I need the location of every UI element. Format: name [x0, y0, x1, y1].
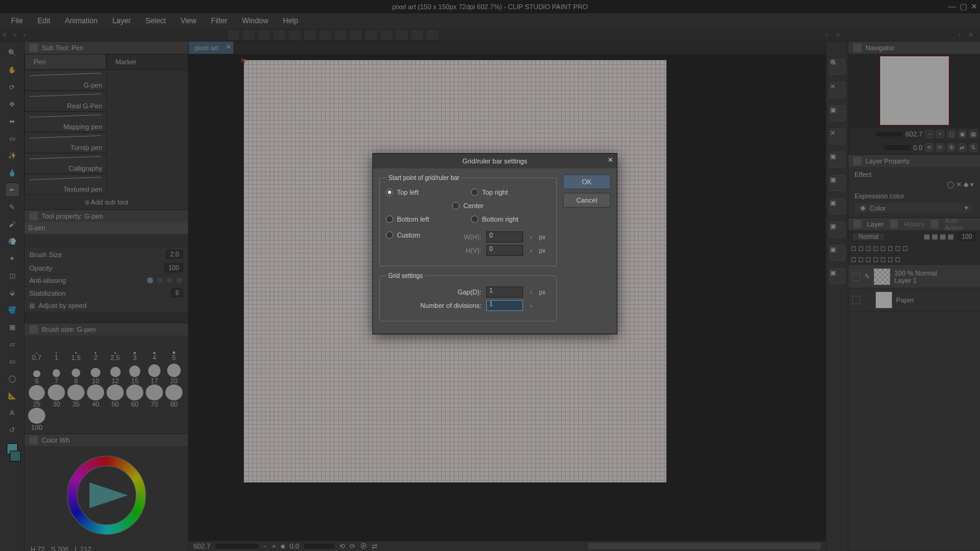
- radio-icon: [386, 216, 393, 223]
- wh-row: W(H):0›px: [432, 231, 550, 242]
- dialog-close-icon[interactable]: ✕: [608, 156, 613, 164]
- unit-label: px: [539, 247, 550, 254]
- gap-row: Gap(D):1›px: [386, 287, 550, 298]
- radio-icon: [471, 189, 478, 196]
- hv-label: H(V):: [466, 247, 481, 254]
- radio-label: Bottom left: [397, 216, 429, 223]
- radio-custom[interactable]: Custom: [386, 231, 420, 239]
- chevron-right-icon[interactable]: ›: [528, 247, 534, 254]
- radio-bottom-left[interactable]: Bottom left: [386, 216, 465, 223]
- grid-settings-dialog: Grid/ruler bar settings ✕ Start point of…: [372, 153, 617, 334]
- chevron-right-icon[interactable]: ›: [528, 234, 534, 241]
- wh-label: W(H):: [464, 233, 481, 241]
- radio-top-right[interactable]: Top right: [471, 189, 550, 196]
- cancel-button[interactable]: Cancel: [563, 193, 611, 208]
- radio-icon: [452, 202, 459, 209]
- start-point-fieldset: Start point of grid/ruler bar Top left T…: [379, 174, 557, 266]
- grid-settings-legend: Grid settings: [386, 272, 425, 279]
- radio-icon: [386, 189, 393, 196]
- hv-input[interactable]: 0: [486, 245, 523, 256]
- divisions-label: Number of divisions:: [420, 302, 481, 309]
- radio-bottom-right[interactable]: Bottom right: [471, 216, 550, 223]
- gap-label: Gap(D):: [458, 288, 481, 296]
- radio-center[interactable]: Center: [386, 202, 550, 209]
- wh-input[interactable]: 0: [486, 231, 523, 242]
- radio-icon: [386, 231, 393, 239]
- hv-row: H(V):0›px: [432, 245, 550, 256]
- radio-label: Center: [463, 202, 483, 209]
- dialog-titlebar[interactable]: Grid/ruler bar settings ✕: [373, 154, 617, 168]
- divisions-row: Number of divisions:1›: [386, 300, 550, 311]
- unit-label: px: [539, 234, 550, 241]
- radio-label: Top right: [482, 189, 508, 196]
- start-point-legend: Start point of grid/ruler bar: [386, 174, 462, 181]
- unit-label: px: [539, 289, 550, 296]
- dialog-title: Grid/ruler bar settings: [462, 157, 527, 165]
- chevron-right-icon[interactable]: ›: [528, 289, 534, 296]
- chevron-right-icon[interactable]: ›: [528, 302, 534, 309]
- divisions-input[interactable]: 1: [486, 300, 523, 311]
- ok-button[interactable]: OK: [563, 174, 611, 189]
- radio-label: Bottom right: [482, 216, 518, 223]
- radio-label: Top left: [397, 189, 418, 196]
- grid-settings-fieldset: Grid settings Gap(D):1›px Number of divi…: [379, 272, 557, 321]
- radio-label: Custom: [397, 231, 420, 239]
- radio-top-left[interactable]: Top left: [386, 189, 465, 196]
- radio-icon: [471, 216, 478, 223]
- gap-input[interactable]: 1: [486, 287, 523, 298]
